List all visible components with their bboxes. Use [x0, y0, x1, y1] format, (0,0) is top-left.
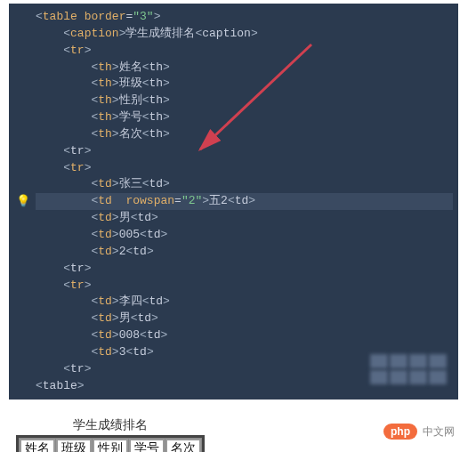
table-header-cell: 学号: [129, 439, 165, 452]
code-line: <th>名次<th>: [36, 126, 453, 143]
table-header-cell: 名次: [165, 439, 201, 452]
table-caption: 学生成绩排名: [16, 416, 205, 435]
code-line: <tr>: [36, 43, 453, 60]
table-header-cell: 性别: [93, 439, 128, 452]
code-line: <tr>: [36, 278, 453, 295]
code-line: <th>姓名<th>: [36, 60, 453, 77]
code-line: <tr>: [36, 160, 453, 177]
watermark-blur: [369, 353, 449, 385]
code-line: <td>张三<td>: [36, 176, 453, 193]
code-line: <tr>: [36, 143, 453, 160]
table-header-cell: 姓名: [20, 439, 55, 452]
code-line: <td>008<td>: [36, 327, 453, 344]
code-line: <caption>学生成绩排名<caption>: [36, 26, 453, 43]
brand-text: 中文网: [423, 424, 455, 440]
table-header-cell: 班级: [56, 439, 92, 452]
code-line: <table border="3">: [36, 9, 453, 26]
student-rank-table: 学生成绩排名 姓名班级性别学号名次 张三五2男0052李四男0083: [16, 416, 205, 452]
code-line: <td>男<td>: [36, 210, 453, 227]
code-line: <td>李四<td>: [36, 294, 453, 311]
brand-badge: php 中文网: [383, 424, 455, 440]
code-line: 💡 <td rowspan="2">五2<td>: [36, 193, 453, 210]
code-line: <td>005<td>: [36, 227, 453, 244]
code-line: <th>学号<th>: [36, 109, 453, 126]
code-line: <td>2<td>: [36, 244, 453, 261]
code-editor: <table border="3"> <caption>学生成绩排名<capti…: [9, 4, 458, 400]
code-line: <tr>: [36, 261, 453, 278]
code-line: <th>班级<th>: [36, 76, 453, 93]
code-line: <td>男<td>: [36, 311, 453, 327]
brand-pill: php: [383, 424, 417, 440]
table-header-row: 姓名班级性别学号名次: [20, 439, 201, 452]
code-line: <th>性别<th>: [36, 93, 453, 109]
lightbulb-icon: 💡: [16, 194, 30, 211]
